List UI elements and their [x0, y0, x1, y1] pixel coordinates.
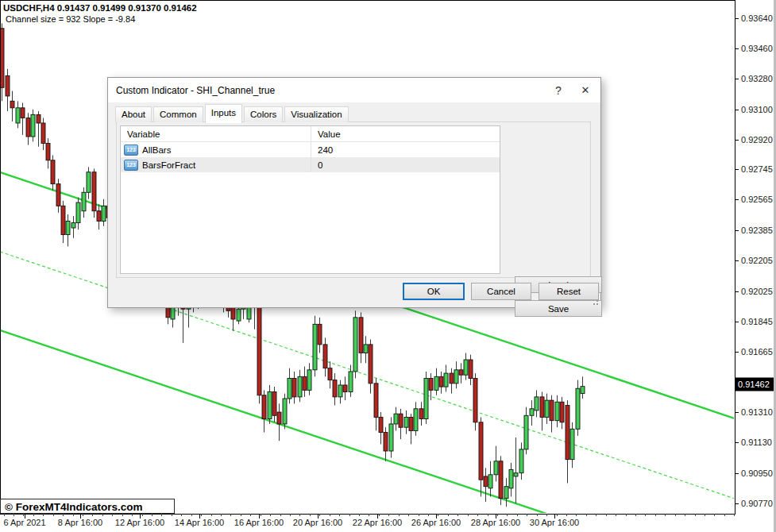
- price-tick-label: 0.92745: [741, 164, 773, 174]
- bear-candle: [92, 172, 96, 211]
- price-tick-label: 0.93280: [741, 74, 773, 83]
- price-tick-label: 0.91845: [741, 317, 773, 326]
- tab-about[interactable]: About: [115, 106, 152, 122]
- price-tick-label: 0.92205: [741, 256, 773, 265]
- bull-candle: [514, 473, 518, 476]
- bull-candle: [31, 114, 35, 137]
- bull-candle: [464, 360, 468, 375]
- bear-candle: [566, 406, 569, 460]
- bear-candle: [399, 414, 403, 427]
- column-header-variable: Variable: [121, 129, 311, 139]
- price-tick-label: 0.92565: [741, 195, 773, 204]
- bull-candle: [102, 206, 106, 221]
- tab-colors[interactable]: Colors: [244, 106, 283, 122]
- save-button[interactable]: Save: [515, 300, 602, 317]
- bear-candle: [328, 368, 332, 380]
- bear-candle: [292, 378, 296, 396]
- bull-candle: [570, 429, 574, 459]
- bear-candle: [473, 378, 477, 422]
- variable-name: AllBars: [142, 145, 171, 155]
- bull-candle: [504, 487, 508, 499]
- price-tick-label: 0.93460: [741, 44, 773, 53]
- help-icon[interactable]: ?: [546, 78, 570, 102]
- bull-candle: [283, 399, 287, 424]
- time-tick-label: 8 Apr 16:00: [58, 518, 102, 527]
- bear-candle: [6, 75, 10, 96]
- bear-candle: [479, 422, 483, 480]
- table-row-barsforfract[interactable]: 123 BarsForFract 0: [121, 157, 500, 172]
- variable-value[interactable]: 0: [311, 157, 500, 172]
- time-tick-label: 16 Apr 16:00: [234, 518, 284, 527]
- bear-candle: [262, 395, 266, 419]
- bear-candle: [540, 397, 544, 418]
- price-tick-label: 0.90770: [741, 499, 773, 508]
- ohlc-info-text: USDCHF,H4 0.91437 0.91499 0.91370 0.9146…: [3, 3, 197, 13]
- variable-value[interactable]: 240: [311, 142, 500, 157]
- bear-candle: [272, 391, 276, 415]
- bear-candle: [323, 345, 327, 368]
- bear-candle: [419, 409, 423, 419]
- bull-candle: [454, 370, 458, 384]
- bull-candle: [87, 172, 91, 193]
- bear-candle: [61, 206, 65, 234]
- bull-candle: [581, 387, 585, 394]
- channel-info-text: Channel size = 932 Slope = -9.84: [6, 14, 135, 24]
- bear-candle: [550, 400, 554, 421]
- custom-indicator-dialog: Custom Indicator - SHI_Channel_true ? ✕ …: [107, 77, 601, 308]
- time-tick-label: 14 Apr 16:00: [175, 518, 224, 527]
- bear-candle: [46, 144, 50, 160]
- price-tick-label: 0.92025: [741, 287, 773, 296]
- price-tick-label: 0.93640: [741, 13, 773, 23]
- dialog-tabstrip: About Common Inputs Colors Visualization: [115, 106, 350, 122]
- price-tick-label: 0.92920: [741, 135, 773, 145]
- cancel-button[interactable]: Cancel: [471, 283, 531, 300]
- bear-candle: [459, 370, 463, 375]
- variable-name: BarsForFract: [142, 160, 195, 170]
- bull-candle: [535, 397, 539, 411]
- bull-candle: [76, 202, 80, 223]
- bull-candle: [509, 469, 513, 488]
- bear-candle: [21, 108, 25, 118]
- bear-candle: [484, 476, 488, 487]
- bear-candle: [51, 160, 55, 184]
- bull-candle: [424, 378, 428, 418]
- price-tick-label: 0.91130: [741, 438, 772, 447]
- numeric-parameter-icon: 123: [124, 160, 138, 171]
- watermark: © ForexMT4Indicators.com: [1, 499, 175, 514]
- bear-candle: [469, 360, 473, 378]
- price-tick-label: 0.90950: [741, 468, 773, 478]
- bear-candle: [56, 184, 60, 206]
- bear-candle: [379, 417, 383, 432]
- bear-candle: [41, 123, 45, 144]
- bear-candle: [26, 118, 30, 137]
- bull-candle: [414, 409, 418, 431]
- price-axis: 0.936400.934600.932800.931000.929200.927…: [735, 13, 776, 508]
- time-tick-label: 20 Apr 16:00: [293, 518, 342, 527]
- bear-candle: [359, 318, 363, 353]
- dialog-titlebar[interactable]: Custom Indicator - SHI_Channel_true ? ✕: [108, 78, 600, 102]
- reset-button[interactable]: Reset: [539, 283, 599, 300]
- close-icon[interactable]: ✕: [573, 78, 597, 102]
- mt4-chart-window: 0.936400.934600.932800.931000.929200.927…: [0, 0, 776, 532]
- bear-candle: [439, 376, 443, 387]
- bull-candle: [82, 192, 86, 210]
- bull-candle: [288, 378, 291, 399]
- bear-candle: [409, 417, 413, 430]
- tab-inputs[interactable]: Inputs: [205, 104, 242, 123]
- tab-common[interactable]: Common: [153, 106, 203, 122]
- ok-button[interactable]: OK: [403, 283, 465, 300]
- bear-candle: [450, 373, 454, 384]
- bear-candle: [384, 433, 388, 451]
- table-row-allbars[interactable]: 123 AllBars 240: [121, 142, 500, 157]
- bull-candle: [66, 221, 70, 234]
- bull-candle: [349, 372, 353, 392]
- bull-candle: [404, 417, 408, 427]
- bear-candle: [369, 345, 373, 384]
- bear-candle: [10, 101, 14, 108]
- bear-candle: [303, 376, 307, 390]
- resize-grip[interactable]: [592, 299, 598, 305]
- bull-candle: [353, 318, 357, 372]
- watermark-text: © ForexMT4Indicators.com: [5, 501, 142, 513]
- tab-visualization[interactable]: Visualization: [284, 106, 348, 122]
- dialog-title: Custom Indicator - SHI_Channel_true: [108, 85, 275, 96]
